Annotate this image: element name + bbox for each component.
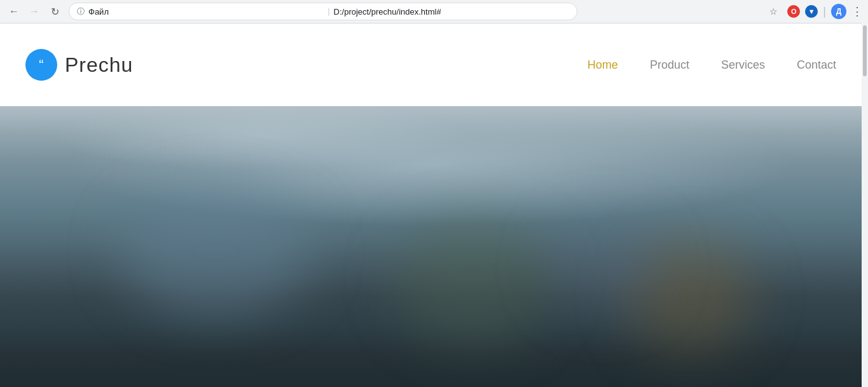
site-logo: “ Prechu [25, 49, 133, 81]
divider: | [823, 5, 826, 18]
address-bar[interactable]: ⓘ Файл | D:/project/prechu/index.html# [69, 3, 577, 20]
hero-blur-shapes [0, 106, 862, 387]
bookmark-button[interactable]: ☆ [764, 3, 782, 20]
browser-toolbar: ← → ↻ ⓘ Файл | D:/project/prechu/index.h… [0, 0, 868, 23]
profile-icon[interactable]: Д [831, 4, 846, 19]
separator: | [327, 7, 329, 16]
nav-services[interactable]: Services [721, 58, 765, 72]
logo-text: Prechu [65, 53, 133, 77]
hero-section [0, 106, 862, 387]
back-button[interactable]: ← [5, 3, 23, 20]
website-wrapper: “ Prechu Home Product Services Contact [0, 24, 862, 387]
site-navbar: “ Prechu Home Product Services Contact [0, 24, 862, 106]
extension-icon-shield[interactable]: ▼ [805, 5, 818, 18]
url-text: D:/project/prechu/index.html# [334, 7, 569, 17]
browser-chrome: ← → ↻ ⓘ Файл | D:/project/prechu/index.h… [0, 0, 868, 24]
logo-glyph: “ [39, 57, 43, 73]
site-nav: Home Product Services Contact [588, 58, 836, 72]
blur-shape-4 [546, 219, 661, 315]
info-icon: ⓘ [77, 6, 85, 17]
nav-home[interactable]: Home [588, 58, 618, 72]
nav-product[interactable]: Product [650, 58, 689, 72]
extension-icon-red[interactable]: O [787, 5, 800, 18]
scrollbar-track[interactable] [862, 0, 868, 387]
reload-button[interactable]: ↻ [46, 3, 64, 20]
blur-shape-2 [394, 218, 553, 345]
nav-contact[interactable]: Contact [797, 58, 836, 72]
browser-actions: ☆ O ▼ | Д ⋮ [764, 3, 863, 20]
file-label: Файл [88, 7, 324, 17]
blur-shape-1 [120, 189, 311, 316]
nav-buttons: ← → ↻ [5, 3, 64, 20]
forward-button[interactable]: → [25, 3, 43, 20]
logo-icon: “ [25, 49, 57, 81]
scrollbar-thumb[interactable] [863, 25, 867, 76]
